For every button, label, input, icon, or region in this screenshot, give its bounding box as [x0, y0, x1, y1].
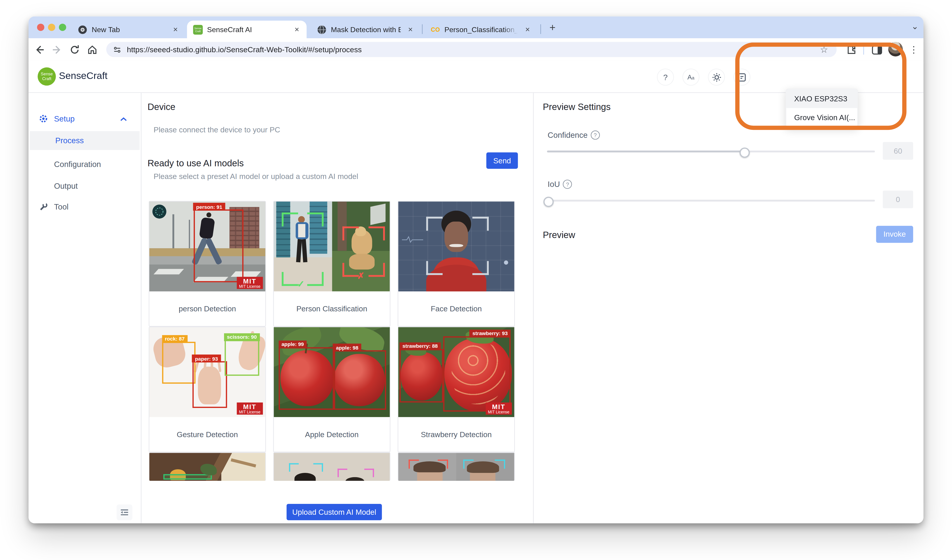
bracket-bottomleft — [342, 263, 359, 277]
sidebar-item-label: Tool — [54, 202, 68, 211]
model-card-image: strawberry: 88 strawberry: 93 MIT MIT Li… — [398, 327, 514, 417]
model-card-image — [398, 202, 514, 292]
confidence-slider-handle[interactable] — [740, 148, 750, 158]
avatar[interactable] — [888, 42, 903, 56]
device-select-dropdown: XIAO ESP32S3 Grove Vision AI(... — [786, 89, 858, 128]
side-panel-icon[interactable] — [869, 43, 884, 57]
detection-label: apple: 98 — [333, 344, 362, 352]
sidebar-item-label: Setup — [54, 114, 75, 123]
iou-slider-track[interactable] — [547, 200, 875, 202]
bookmark-star-icon[interactable]: ☆ — [820, 44, 828, 55]
bracket-topright — [437, 460, 448, 469]
bracket-bottomleft — [426, 261, 442, 275]
model-card-gesture-detection[interactable]: rock: 87 paper: 93 scissors: 90 MIT MIT … — [149, 327, 266, 452]
gear-icon — [39, 114, 48, 123]
send-button[interactable]: Send — [486, 152, 518, 168]
minimize-traffic-light[interactable] — [48, 24, 55, 31]
model-card-apple-detection[interactable]: apple: 99 apple: 98 Apple Detection — [273, 327, 390, 452]
dropdown-option-grove[interactable]: Grove Vision AI(... — [787, 108, 858, 127]
globe-icon — [317, 25, 327, 34]
model-card-person-detection[interactable]: person: 91 MIT MIT License person Detect… — [149, 201, 266, 327]
sidebar-item-configuration[interactable]: Configuration — [28, 157, 141, 171]
model-card-partial-1[interactable] — [149, 452, 266, 481]
site-settings-icon[interactable] — [113, 45, 122, 54]
back-icon[interactable] — [32, 43, 46, 57]
sidebar-item-setup[interactable]: Setup — [28, 112, 141, 126]
bracket-topleft — [282, 212, 298, 226]
close-traffic-light[interactable] — [37, 24, 44, 31]
detection-label: apple: 99 — [278, 340, 307, 348]
detection-label: paper: 93 — [192, 355, 221, 363]
model-card-label: person Detection — [149, 292, 265, 326]
bracket-topright — [495, 460, 505, 469]
tab-separator — [540, 24, 541, 34]
sidebar-item-tool[interactable]: Tool — [28, 200, 141, 214]
confidence-value: 60 — [883, 142, 913, 160]
bracket-bottomleft — [282, 272, 298, 286]
tab-colab-notebook[interactable]: CO Person_Classification_Mobile × — [424, 21, 537, 38]
sidebar-item-output[interactable]: Output — [28, 179, 141, 193]
detection-label: strawberry: 93 — [469, 329, 511, 337]
forward-icon[interactable] — [50, 43, 64, 57]
confidence-label: Confidence ? — [548, 131, 600, 140]
home-icon[interactable] — [85, 43, 100, 57]
close-tab-icon[interactable]: × — [292, 25, 302, 34]
new-tab-button[interactable]: + — [545, 21, 561, 36]
chrome-icon — [77, 25, 87, 34]
sidebar-item-label: Output — [54, 181, 78, 190]
detection-label: scissors: 90 — [224, 333, 260, 341]
model-card-label: Person Classification — [274, 292, 389, 326]
tab-title: Person_Classification_Mobile — [444, 25, 518, 34]
collapse-sidebar-button[interactable] — [116, 504, 132, 520]
close-tab-icon[interactable]: × — [523, 25, 532, 34]
seeed-ai-watermark — [152, 205, 166, 219]
close-tab-icon[interactable]: × — [171, 25, 180, 34]
models-hint: Please select a preset AI model or uploa… — [154, 173, 358, 181]
invoke-button[interactable]: Invoke — [876, 226, 913, 243]
model-card-face-detection[interactable]: Face Detection — [397, 201, 515, 327]
svg-text:Sense: Sense — [195, 26, 202, 29]
upload-custom-model-button[interactable]: Upload Custom AI Model — [286, 504, 382, 520]
tab-sensecraft-active[interactable]: SenseCraft SenseCraft AI × — [187, 21, 307, 38]
model-card-image: person: 91 MIT MIT License — [149, 202, 265, 292]
svg-text:Craft: Craft — [195, 29, 201, 32]
tab-title: New Tab — [92, 25, 165, 34]
app-header: SenseCraft SenseCraft ? Aa XIAO ESP32S3 … — [28, 61, 924, 92]
url-text: https://seeed-studio.github.io/SenseCraf… — [127, 45, 362, 54]
help-icon[interactable]: ? — [657, 69, 674, 85]
theme-sun-icon[interactable] — [708, 69, 725, 85]
bracket-topleft — [463, 460, 474, 469]
model-card-label: Strawberry Detection — [398, 417, 514, 452]
tab-search-chevron[interactable]: ⌄ — [908, 21, 922, 35]
address-bar[interactable]: https://seeed-studio.github.io/SenseCraf… — [107, 42, 837, 57]
model-card-person-classification[interactable]: ✓ ✗ — [273, 201, 390, 327]
tab-new-tab[interactable]: New Tab × — [72, 21, 185, 38]
preview-settings-title: Preview Settings — [543, 101, 611, 112]
model-card-partial-2[interactable] — [273, 452, 390, 481]
tab-mask-detection[interactable]: Mask Detection with ESP32 | × — [311, 21, 420, 38]
bracket-topright — [369, 227, 385, 241]
models-section-title: Ready to use AI models — [148, 158, 244, 168]
model-card-image: rock: 87 paper: 93 scissors: 90 MIT MIT … — [149, 327, 265, 417]
model-card-partial-3[interactable] — [397, 452, 515, 481]
dropdown-option-xiao[interactable]: XIAO ESP32S3 — [787, 89, 858, 108]
model-card-strawberry-detection[interactable]: strawberry: 88 strawberry: 93 MIT MIT Li… — [397, 327, 515, 452]
extensions-icon[interactable] — [844, 43, 858, 57]
check-icon: ✓ — [297, 279, 305, 290]
cross-icon: ✗ — [357, 271, 364, 281]
iou-value: 0 — [883, 191, 913, 208]
bracket-topright — [313, 463, 323, 472]
toolbar-divider — [863, 44, 864, 55]
close-tab-icon[interactable]: × — [405, 25, 415, 34]
translate-icon[interactable]: Aa — [683, 69, 700, 85]
more-menu-icon[interactable]: ⋮ — [907, 43, 921, 57]
preview-title: Preview — [543, 230, 575, 240]
help-circle-icon[interactable]: ? — [590, 131, 600, 140]
help-circle-icon[interactable]: ? — [563, 180, 572, 189]
iou-slider-handle[interactable] — [543, 197, 554, 207]
docs-icon[interactable] — [733, 69, 750, 85]
reload-icon[interactable] — [68, 43, 82, 57]
sidebar-item-process[interactable]: Process — [29, 131, 140, 150]
maximize-traffic-light[interactable] — [59, 24, 66, 31]
detection-label: strawberry: 88 — [399, 342, 441, 350]
